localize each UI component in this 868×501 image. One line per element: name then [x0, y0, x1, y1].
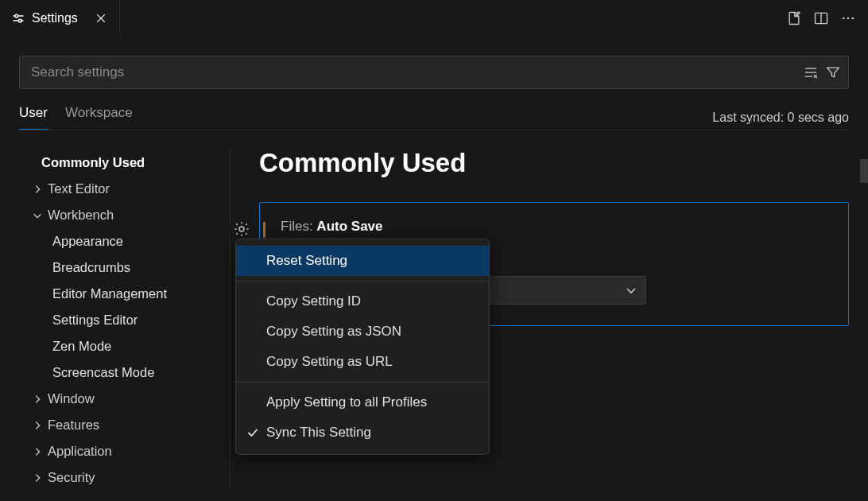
- close-icon[interactable]: [94, 11, 108, 25]
- tab-bar-left: Settings: [0, 0, 120, 37]
- tree-item-security[interactable]: Security: [19, 464, 230, 491]
- modified-indicator: [263, 222, 265, 238]
- scrollbar-thumb[interactable]: [860, 159, 868, 183]
- tab-title: Settings: [32, 11, 78, 25]
- search-wrap: [0, 37, 868, 89]
- settings-sliders-icon: [11, 11, 25, 25]
- filter-icon[interactable]: [824, 64, 842, 81]
- svg-point-8: [843, 17, 845, 20]
- search-settings-input[interactable]: [31, 64, 802, 80]
- sync-status: Last synced: 0 secs ago: [712, 111, 849, 125]
- svg-point-10: [852, 17, 854, 20]
- tree-item-window[interactable]: Window: [19, 386, 230, 412]
- chevron-right-icon: [30, 182, 45, 196]
- setting-gear[interactable]: [233, 220, 250, 238]
- tree-item-appearance[interactable]: Appearance: [19, 228, 230, 254]
- tree-item-workbench[interactable]: Workbench: [19, 202, 230, 228]
- chevron-right-icon: [30, 392, 45, 406]
- chevron-right-icon: [30, 445, 45, 459]
- gear-icon: [233, 220, 250, 238]
- scope-tab-user[interactable]: User: [19, 105, 48, 130]
- tree-item-zen-mode[interactable]: Zen Mode: [19, 333, 230, 359]
- open-settings-json-icon[interactable]: [785, 10, 803, 27]
- search-bar: [19, 56, 849, 89]
- setting-category: Files:: [281, 219, 313, 234]
- check-icon: [246, 425, 260, 440]
- setting-name: Auto Save: [316, 219, 382, 234]
- tab-settings[interactable]: Settings: [0, 0, 120, 37]
- scope-tabs: User Workspace: [19, 105, 133, 130]
- tree-item-editor-management[interactable]: Editor Management: [19, 281, 230, 307]
- more-actions-icon[interactable]: [839, 10, 857, 27]
- svg-point-9: [847, 17, 850, 20]
- tree-item-screencast-mode[interactable]: Screencast Mode: [19, 359, 230, 386]
- menu-apply-all-profiles[interactable]: Apply Setting to all Profiles: [236, 387, 489, 418]
- editor-tab-bar: Settings: [0, 0, 868, 37]
- chevron-down-icon: [625, 284, 637, 297]
- svg-point-3: [18, 19, 21, 22]
- chevron-right-icon: [30, 418, 45, 433]
- chevron-down-icon: [30, 208, 45, 223]
- setting-title: Files: Auto Save: [281, 219, 827, 235]
- svg-point-16: [239, 227, 244, 231]
- tree-item-commonly-used[interactable]: Commonly Used: [19, 150, 230, 176]
- svg-point-2: [15, 14, 18, 17]
- tree-item-application[interactable]: Application: [19, 438, 230, 464]
- menu-separator: [236, 382, 489, 383]
- tree-item-breadcrumbs[interactable]: Breadcrumbs: [19, 254, 230, 281]
- menu-sync-this-setting[interactable]: Sync This Setting: [236, 418, 489, 448]
- tree-item-settings-editor[interactable]: Settings Editor: [19, 307, 230, 333]
- content-heading: Commonly Used: [259, 148, 849, 178]
- menu-copy-setting-json[interactable]: Copy Setting as JSON: [236, 317, 489, 347]
- search-actions: [802, 64, 842, 81]
- clear-search-icon[interactable]: [802, 64, 820, 81]
- scope-row: User Workspace Last synced: 0 secs ago: [0, 89, 868, 130]
- tree-item-features[interactable]: Features: [19, 412, 230, 438]
- menu-separator: [236, 281, 489, 282]
- tree-item-text-editor[interactable]: Text Editor: [19, 176, 230, 202]
- tab-bar-actions: [785, 10, 868, 27]
- menu-copy-setting-id[interactable]: Copy Setting ID: [236, 286, 489, 317]
- menu-reset-setting[interactable]: Reset Setting: [236, 246, 489, 276]
- divider: [19, 130, 849, 130]
- chevron-right-icon: [30, 471, 45, 485]
- setting-context-menu: Reset Setting Copy Setting ID Copy Setti…: [235, 239, 490, 455]
- settings-tree: Commonly Used Text Editor Workbench Appe…: [0, 150, 231, 491]
- scope-tab-workspace[interactable]: Workspace: [65, 105, 133, 130]
- menu-copy-setting-url[interactable]: Copy Setting as URL: [236, 347, 489, 377]
- split-editor-icon[interactable]: [812, 10, 830, 27]
